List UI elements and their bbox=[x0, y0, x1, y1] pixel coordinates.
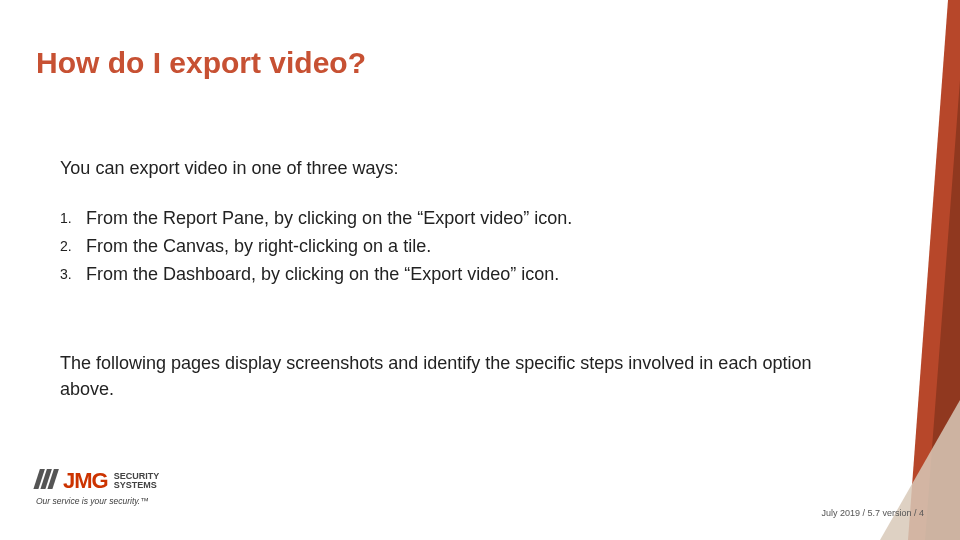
logo: JMG SECURITY SYSTEMS Our service is your… bbox=[36, 468, 159, 506]
list-number: 3. bbox=[60, 261, 86, 289]
steps-list: 1. From the Report Pane, by clicking on … bbox=[60, 205, 572, 289]
outro-text: The following pages display screenshots … bbox=[60, 350, 840, 402]
list-item: 3. From the Dashboard, by clicking on th… bbox=[60, 261, 572, 289]
slide: How do I export video? You can export vi… bbox=[0, 0, 960, 540]
logo-line2: SYSTEMS bbox=[114, 481, 160, 490]
corner-art bbox=[850, 0, 960, 540]
svg-marker-2 bbox=[880, 400, 960, 540]
logo-tagline: Our service is your security.™ bbox=[36, 496, 159, 506]
list-item: 1. From the Report Pane, by clicking on … bbox=[60, 205, 572, 233]
list-text: From the Report Pane, by clicking on the… bbox=[86, 205, 572, 233]
list-number: 1. bbox=[60, 205, 86, 233]
list-text: From the Dashboard, by clicking on the “… bbox=[86, 261, 559, 289]
logo-stripes-icon bbox=[32, 469, 61, 493]
list-number: 2. bbox=[60, 233, 86, 261]
svg-marker-0 bbox=[908, 0, 960, 540]
logo-brand: JMG bbox=[63, 468, 108, 494]
list-text: From the Canvas, by right-clicking on a … bbox=[86, 233, 431, 261]
svg-marker-1 bbox=[925, 0, 960, 540]
intro-text: You can export video in one of three way… bbox=[60, 158, 399, 179]
footer-text: July 2019 / 5.7 version / 4 bbox=[821, 508, 924, 518]
list-item: 2. From the Canvas, by right-clicking on… bbox=[60, 233, 572, 261]
slide-title: How do I export video? bbox=[36, 46, 366, 80]
